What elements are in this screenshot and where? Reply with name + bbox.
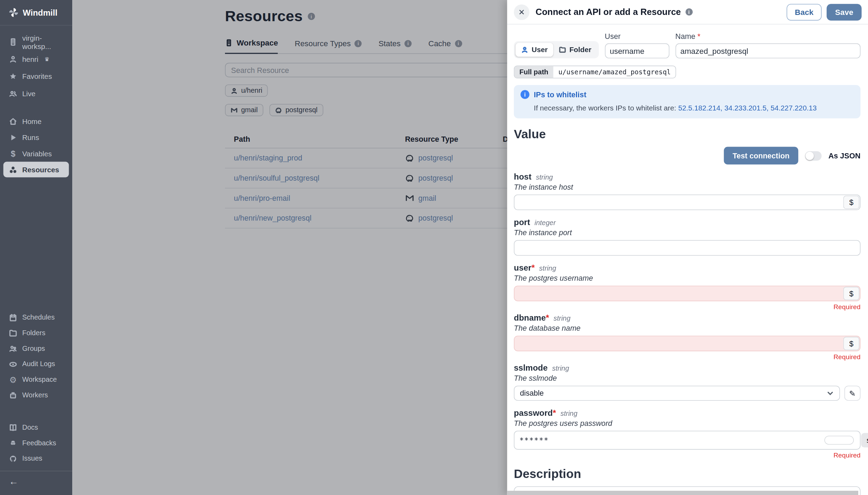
info-icon: i: [520, 90, 529, 99]
back-button[interactable]: Back: [786, 3, 822, 20]
variable-picker-button[interactable]: $: [843, 196, 859, 209]
username-input[interactable]: [605, 43, 669, 58]
segment-folder[interactable]: Folder: [553, 43, 597, 57]
sidebar-item-workspace-picker[interactable]: virgin-worksp...: [0, 33, 72, 51]
resource-path-link[interactable]: u/henri/soulful_postgresql: [234, 174, 405, 182]
sidebar-item-favorites[interactable]: Favorites: [0, 68, 72, 85]
resource-path-link[interactable]: u/henri/new_postgresql: [234, 214, 405, 222]
sidebar-item-label: Workspace: [22, 376, 57, 383]
as-json-toggle[interactable]: [805, 151, 822, 160]
full-path: Full path u/username/amazed_postgresql: [514, 66, 676, 79]
table-row[interactable]: u/henri/pro-email gmail: [225, 188, 507, 208]
tab-label: Resource Types: [295, 39, 351, 48]
tab-workspace[interactable]: Workspace: [225, 38, 278, 54]
group-icon: [9, 344, 17, 353]
resource-path-link[interactable]: u/henri/staging_prod: [234, 154, 405, 162]
owner-filter-chip[interactable]: u/henri: [225, 84, 268, 97]
sidebar-item-variables[interactable]: $ Variables: [0, 146, 72, 162]
resource-name-input[interactable]: [675, 43, 860, 58]
sidebar-item-live[interactable]: Live: [0, 85, 72, 102]
sidebar-item-resources[interactable]: Resources: [3, 162, 69, 178]
field-description: The instance port: [514, 229, 860, 237]
sidebar-item-runs[interactable]: Runs: [0, 130, 72, 146]
sidebar-item-label: Resources: [22, 165, 59, 174]
folder-icon: [559, 46, 566, 53]
users-icon: [9, 90, 17, 98]
test-connection-button[interactable]: Test connection: [724, 147, 798, 164]
save-button[interactable]: Save: [827, 3, 861, 20]
field-description: The sslmode: [514, 374, 860, 382]
host-input[interactable]: [514, 195, 860, 210]
type-filter-chip-gmail[interactable]: gmail: [225, 104, 263, 116]
ips-whitelist-infobox: i IPs to whitelist If necessary, the wor…: [514, 85, 860, 118]
sidebar-item-label: Feedbacks: [22, 439, 56, 447]
reveal-password-control[interactable]: [824, 436, 854, 445]
sidebar-item-user[interactable]: henri ♛: [0, 51, 72, 68]
user-field-label: User: [605, 32, 669, 41]
sidebar-item-feedbacks[interactable]: Feedbacks: [0, 435, 72, 451]
variable-picker-button[interactable]: $: [843, 287, 859, 300]
field-description: The instance host: [514, 183, 860, 191]
info-icon[interactable]: [404, 40, 412, 47]
crown-icon: ♛: [44, 56, 49, 63]
sslmode-select[interactable]: disable: [514, 386, 840, 401]
brand-row[interactable]: Windmill: [0, 0, 72, 26]
resource-type-link[interactable]: postgresql: [418, 154, 453, 162]
info-icon[interactable]: [354, 40, 362, 47]
column-header-resource-type: Resource Type: [405, 135, 503, 143]
info-icon[interactable]: [685, 8, 693, 16]
password-input[interactable]: [514, 431, 860, 449]
sidebar-item-folders[interactable]: Folders: [0, 325, 72, 341]
table-row[interactable]: u/henri/new_postgresql postgresql: [225, 208, 507, 229]
github-icon: [9, 454, 17, 463]
port-input[interactable]: [514, 240, 860, 256]
table-row[interactable]: u/henri/soulful_postgresql postgresql: [225, 168, 507, 189]
user-input[interactable]: [514, 286, 860, 301]
tab-states[interactable]: States: [378, 39, 412, 53]
home-icon: [9, 117, 17, 126]
sidebar-nav-group: Home Runs $ Variables Resources: [0, 113, 72, 177]
sidebar-item-docs[interactable]: Docs: [0, 420, 72, 435]
resource-type-link[interactable]: gmail: [418, 194, 436, 202]
table-row[interactable]: u/henri/staging_prod postgresql: [225, 148, 507, 168]
cubes-icon: [9, 165, 17, 174]
info-icon[interactable]: [455, 40, 462, 47]
user-icon: [521, 46, 528, 53]
segment-user[interactable]: User: [516, 43, 553, 57]
add-resource-drawer: ✕ Connect an API or add a Resource Back …: [507, 0, 868, 495]
collapse-sidebar-button[interactable]: ←: [0, 471, 72, 493]
gmail-icon: [405, 193, 414, 203]
tab-cache[interactable]: Cache: [428, 39, 462, 53]
folder-icon: [9, 329, 17, 337]
select-value: disable: [520, 389, 544, 397]
edit-button[interactable]: ✎: [844, 386, 860, 401]
sidebar-item-workers[interactable]: Workers: [0, 387, 72, 403]
type-filter-chip-postgresql[interactable]: postgresql: [269, 104, 323, 116]
field-user: user*string The postgres username $ Requ…: [514, 263, 860, 311]
field-description: The database name: [514, 324, 860, 332]
field-name: sslmode: [514, 363, 548, 372]
field-type: string: [536, 173, 553, 181]
info-icon[interactable]: [308, 13, 315, 20]
dbname-input[interactable]: [514, 336, 860, 351]
field-type: string: [552, 365, 569, 372]
variable-picker-button[interactable]: $: [843, 337, 859, 350]
close-icon[interactable]: ✕: [514, 4, 529, 20]
horizontal-scrollbar[interactable]: [507, 491, 858, 495]
sidebar-item-schedules[interactable]: Schedules: [0, 310, 72, 325]
resource-path-link[interactable]: u/henri/pro-email: [234, 194, 405, 202]
sidebar-item-home[interactable]: Home: [0, 113, 72, 129]
resource-type-link[interactable]: postgresql: [418, 214, 453, 222]
full-path-value: u/username/amazed_postgresql: [553, 66, 676, 78]
sidebar-item-issues[interactable]: Issues: [0, 451, 72, 467]
search-input[interactable]: [225, 63, 507, 77]
field-type: integer: [534, 219, 556, 226]
tab-resource-types[interactable]: Resource Types: [295, 39, 362, 53]
arrow-left-icon: ←: [9, 476, 18, 487]
sidebar-item-audit-logs[interactable]: Audit Logs: [0, 356, 72, 372]
pencil-icon: ✎: [849, 389, 856, 398]
sidebar-item-label: henri: [22, 55, 38, 63]
sidebar-item-workspace-settings[interactable]: ⚙ Workspace: [0, 372, 72, 387]
resource-type-link[interactable]: postgresql: [418, 174, 453, 182]
sidebar-item-groups[interactable]: Groups: [0, 341, 72, 356]
